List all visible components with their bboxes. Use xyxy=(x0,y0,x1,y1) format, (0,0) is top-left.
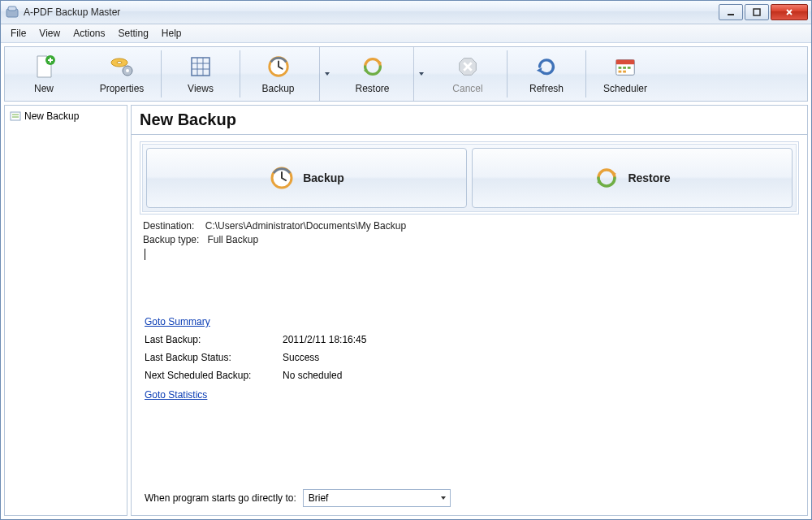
svg-rect-15 xyxy=(623,67,626,69)
new-button[interactable]: New xyxy=(5,47,83,101)
sidebar-item-label: New Backup xyxy=(24,110,79,122)
backup-type-value: Full Backup xyxy=(207,234,258,245)
toolbar: New Properties xyxy=(4,46,808,102)
clock-backup-icon xyxy=(269,165,295,191)
sidebar: New Backup xyxy=(4,105,127,516)
svg-point-8 xyxy=(126,69,129,72)
info-lines: Destination: C:\Users\Administrator\Docu… xyxy=(140,214,799,261)
properties-button[interactable]: Properties xyxy=(83,47,161,101)
start-directly-select[interactable]: Brief xyxy=(303,489,451,507)
window: A-PDF Backup Master File View Actions Se… xyxy=(0,0,812,520)
app-icon xyxy=(6,6,19,19)
svg-rect-16 xyxy=(628,67,631,69)
refresh-label: Refresh xyxy=(529,83,564,94)
big-restore-label: Restore xyxy=(628,171,670,184)
grid-icon xyxy=(188,54,214,80)
views-label: Views xyxy=(188,83,214,94)
text-caret xyxy=(145,249,145,260)
svg-rect-19 xyxy=(11,112,20,120)
maximize-button[interactable] xyxy=(745,4,769,20)
close-button[interactable] xyxy=(771,4,808,20)
disk-gear-icon xyxy=(109,54,135,80)
goto-summary-link[interactable]: Goto Summary xyxy=(145,316,210,327)
views-button[interactable]: Views xyxy=(162,47,240,101)
properties-label: Properties xyxy=(100,83,145,94)
menu-file[interactable]: File xyxy=(4,24,32,42)
restore-label: Restore xyxy=(355,83,389,94)
main-title-row: New Backup xyxy=(131,105,808,134)
last-backup-value: 2011/2/11 18:16:45 xyxy=(283,334,366,345)
svg-rect-2 xyxy=(728,14,734,15)
action-panel: Backup Restore xyxy=(140,141,799,214)
goto-statistics-link[interactable]: Goto Statistics xyxy=(145,389,207,401)
refresh-button[interactable]: Refresh xyxy=(508,47,585,101)
chevron-down-icon xyxy=(440,495,447,501)
minimize-button[interactable] xyxy=(719,4,743,20)
destination-label: Destination: xyxy=(143,220,194,232)
menu-view[interactable]: View xyxy=(32,24,67,42)
cancel-label: Cancel xyxy=(452,83,482,94)
refresh-arrows-icon xyxy=(360,54,386,80)
main-content: Backup Restore xyxy=(131,134,808,516)
destination-value: C:\Users\Administrator\Documents\My Back… xyxy=(205,220,406,232)
summary-block: Goto Summary Last Backup: 2011/2/11 18:1… xyxy=(140,308,799,401)
svg-rect-18 xyxy=(623,71,626,73)
last-status-value: Success xyxy=(283,352,319,363)
body: New Backup New Backup xyxy=(1,105,811,519)
start-directly-label: When program starts go directly to: xyxy=(145,492,296,504)
backup-dropdown[interactable] xyxy=(319,47,335,101)
restore-dropdown[interactable] xyxy=(413,47,429,101)
next-scheduled-label: Next Scheduled Backup: xyxy=(145,370,283,381)
svg-rect-17 xyxy=(619,71,622,73)
main: New Backup xyxy=(131,105,808,516)
menu-help[interactable]: Help xyxy=(155,24,188,42)
svg-rect-1 xyxy=(8,6,16,11)
svg-rect-3 xyxy=(754,9,760,15)
last-status-label: Last Backup Status: xyxy=(145,352,283,363)
menu-setting[interactable]: Setting xyxy=(112,24,155,42)
scheduler-button[interactable]: Scheduler xyxy=(586,47,664,101)
start-directly-value: Brief xyxy=(309,492,329,504)
big-backup-button[interactable]: Backup xyxy=(146,148,467,208)
menu-actions[interactable]: Actions xyxy=(67,24,111,42)
last-backup-label: Last Backup: xyxy=(145,334,283,345)
svg-rect-9 xyxy=(192,58,209,76)
next-scheduled-value: No scheduled xyxy=(283,370,342,381)
cancel-button: Cancel xyxy=(429,47,507,101)
svg-rect-13 xyxy=(616,60,635,65)
new-label: New xyxy=(34,83,54,94)
refresh-icon xyxy=(533,54,559,80)
backup-button[interactable]: Backup xyxy=(240,47,335,101)
clock-backup-icon xyxy=(266,54,292,80)
cancel-icon xyxy=(455,54,481,80)
backup-label: Backup xyxy=(261,83,294,94)
sidebar-item-new-backup[interactable]: New Backup xyxy=(8,109,123,124)
titlebar: A-PDF Backup Master xyxy=(1,1,811,24)
list-item-icon xyxy=(10,110,21,122)
svg-rect-14 xyxy=(619,67,622,69)
menubar: File View Actions Setting Help xyxy=(1,24,811,43)
big-restore-button[interactable]: Restore xyxy=(472,148,793,208)
big-backup-label: Backup xyxy=(303,171,344,184)
calendar-icon xyxy=(612,54,638,80)
page-title: New Backup xyxy=(140,110,799,129)
document-new-icon xyxy=(31,54,57,80)
start-directly-row: When program starts go directly to: Brie… xyxy=(140,484,799,507)
toolbar-wrap: New Properties xyxy=(1,43,811,105)
svg-point-6 xyxy=(117,62,122,64)
refresh-arrows-icon xyxy=(594,165,620,191)
restore-button[interactable]: Restore xyxy=(335,47,429,101)
window-title: A-PDF Backup Master xyxy=(24,6,719,18)
backup-type-label: Backup type: xyxy=(143,234,199,245)
scheduler-label: Scheduler xyxy=(603,83,647,94)
window-controls xyxy=(719,4,808,20)
